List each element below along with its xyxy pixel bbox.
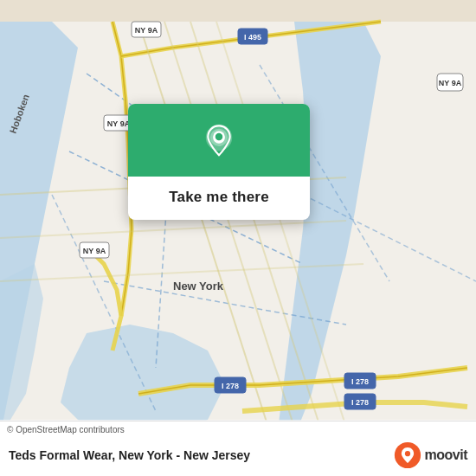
footer-title-row: Teds Formal Wear, New York - New Jersey … [0, 436, 476, 476]
svg-point-50 [404, 451, 409, 456]
location-title: Teds Formal Wear, New York - New Jersey [9, 448, 250, 462]
svg-text:NY 9A: NY 9A [439, 79, 462, 87]
svg-text:I 495: I 495 [244, 33, 261, 42]
take-me-there-label[interactable]: Take me there [151, 177, 286, 220]
footer: © OpenStreetMap contributors Teds Formal… [0, 421, 476, 476]
pin-icon [200, 123, 238, 161]
map-background: NY 9A NY 9A I 495 I 278 I 278 I 278 NY 9… [0, 0, 476, 476]
svg-text:I 278: I 278 [222, 382, 239, 390]
moovit-logo: moovit [394, 441, 467, 469]
svg-text:NY 9A: NY 9A [135, 26, 158, 35]
map-attribution: © OpenStreetMap contributors [0, 421, 476, 436]
moovit-text: moovit [425, 447, 467, 463]
svg-text:I 278: I 278 [351, 398, 369, 407]
map-container: NY 9A NY 9A I 495 I 278 I 278 I 278 NY 9… [0, 0, 476, 476]
card-header [128, 104, 310, 177]
svg-text:NY 9A: NY 9A [107, 119, 131, 128]
svg-text:I 278: I 278 [351, 377, 369, 386]
svg-text:NY 9A: NY 9A [83, 247, 106, 255]
svg-point-48 [215, 133, 222, 140]
navigation-card[interactable]: Take me there [128, 104, 310, 220]
svg-text:New York: New York [173, 280, 224, 293]
moovit-icon [394, 441, 421, 469]
